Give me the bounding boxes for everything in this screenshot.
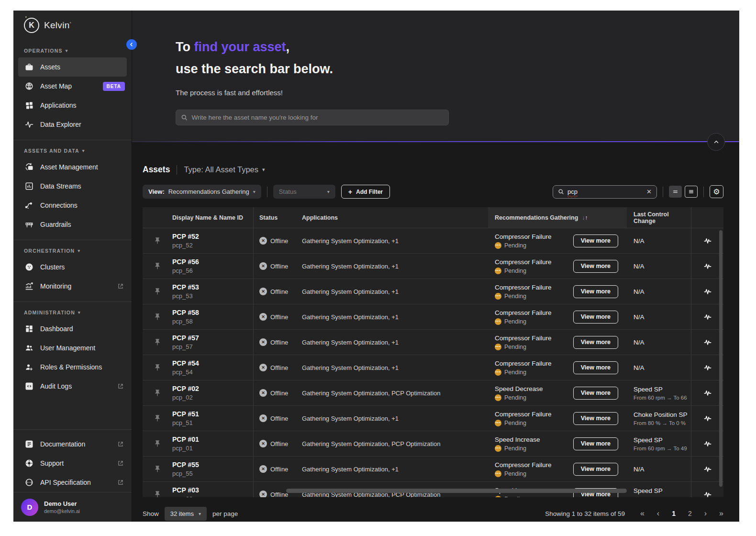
divider xyxy=(663,187,663,197)
list-view-toggle[interactable] xyxy=(685,186,698,198)
page-size-dropdown[interactable]: 32 items ▾ xyxy=(165,507,207,521)
activity-cell[interactable] xyxy=(691,236,723,246)
asset-search-input[interactable] xyxy=(191,114,444,121)
sidebar-item-applications[interactable]: Applications xyxy=(13,96,132,115)
previous-page-icon[interactable]: ‹ xyxy=(657,509,659,518)
waveform-icon xyxy=(703,464,712,474)
page-number-1[interactable]: 1 xyxy=(672,510,676,517)
activity-cell[interactable] xyxy=(691,439,723,448)
table-row[interactable]: PCP #55 pcp_55 ✕ Offline Gathering Syste… xyxy=(143,457,723,482)
pin-cell[interactable] xyxy=(143,237,172,245)
table-row[interactable]: PCP #52 pcp_52 ✕ Offline Gathering Syste… xyxy=(143,228,723,254)
page-number-2[interactable]: 2 xyxy=(688,510,692,517)
view-more-button[interactable]: View more xyxy=(573,336,618,349)
table-row[interactable]: PCP #01 pcp_01 ✕ Offline Gathering Syste… xyxy=(143,431,723,457)
table-row[interactable]: PCP #51 pcp_51 ✕ Offline Gathering Syste… xyxy=(143,406,723,431)
pin-cell[interactable] xyxy=(143,313,172,321)
offline-status-icon: ✕ xyxy=(259,465,267,473)
table-search-box[interactable]: pcp ✕ xyxy=(553,185,657,199)
table-row[interactable]: PCP #56 pcp_56 ✕ Offline Gathering Syste… xyxy=(143,254,723,279)
view-more-button[interactable]: View more xyxy=(573,311,618,324)
table-header: Display Name & Name ID Status Applicatio… xyxy=(143,207,723,228)
section-assets-and-data[interactable]: ASSETS AND DATA▾ xyxy=(13,140,132,157)
sidebar-item-monitoring[interactable]: Monitoring xyxy=(13,277,132,296)
activity-cell[interactable] xyxy=(691,388,723,398)
view-more-button[interactable]: View more xyxy=(573,234,618,247)
sidebar-item-documentation[interactable]: Documentation xyxy=(13,435,132,454)
waveform-icon xyxy=(703,287,712,296)
column-header-status[interactable]: Status xyxy=(254,214,299,221)
pin-cell[interactable] xyxy=(143,389,172,397)
table-row[interactable]: PCP #57 pcp_57 ✕ Offline Gathering Syste… xyxy=(143,330,723,355)
table-row[interactable]: PCP #54 pcp_54 ✕ Offline Gathering Syste… xyxy=(143,355,723,380)
view-more-button[interactable]: View more xyxy=(573,285,618,298)
vertical-scrollbar[interactable] xyxy=(719,230,723,487)
activity-cell[interactable] xyxy=(691,337,723,347)
first-page-icon[interactable]: « xyxy=(640,509,645,518)
activity-cell[interactable] xyxy=(691,363,723,372)
view-more-button[interactable]: View more xyxy=(573,387,618,400)
sidebar-item-dashboard[interactable]: Dashboard xyxy=(13,319,132,338)
asset-type-filter[interactable]: Type: All Asset Types▾ xyxy=(184,165,265,174)
sidebar-item-support[interactable]: Support xyxy=(13,454,132,473)
sidebar-item-data-streams[interactable]: Data Streams xyxy=(13,177,132,196)
compact-view-toggle[interactable] xyxy=(669,186,682,198)
column-header-last-control[interactable]: Last Control Change xyxy=(627,207,691,228)
pin-cell[interactable] xyxy=(143,414,172,422)
activity-cell[interactable] xyxy=(691,312,723,322)
sidebar-item-audit-logs[interactable]: Audit Logs xyxy=(13,377,132,396)
view-more-button[interactable]: View more xyxy=(573,437,618,450)
sidebar-item-data-explorer[interactable]: Data Explorer xyxy=(13,115,132,134)
clear-search-icon[interactable]: ✕ xyxy=(646,188,652,195)
view-more-button[interactable]: View more xyxy=(573,412,618,425)
name-cell: PCP #03 pcp_03 xyxy=(172,482,254,497)
sidebar-item-guardrails[interactable]: Guardrails xyxy=(13,215,132,234)
hero-search-bar[interactable] xyxy=(176,110,449,125)
next-page-icon[interactable]: › xyxy=(704,509,707,518)
section-orchestration[interactable]: ORCHESTRATION▾ xyxy=(13,240,132,257)
applications-cell: Gathering System Optimization, +1 xyxy=(299,237,488,245)
view-dropdown[interactable]: View: Recommendations Gathering ▾ xyxy=(143,185,261,199)
collapse-hero-button[interactable] xyxy=(707,133,725,151)
activity-cell[interactable] xyxy=(691,413,723,423)
section-administration[interactable]: ADMINISTRATION▾ xyxy=(13,302,132,319)
view-more-button[interactable]: View more xyxy=(573,361,618,374)
pin-cell[interactable] xyxy=(143,288,172,295)
table-row[interactable]: PCP #53 pcp_53 ✕ Offline Gathering Syste… xyxy=(143,279,723,304)
table-search-value[interactable]: pcp xyxy=(567,188,643,195)
add-filter-button[interactable]: + Add Filter xyxy=(341,185,390,199)
pin-cell[interactable] xyxy=(143,465,172,473)
table-settings-button[interactable]: ⚙ xyxy=(710,185,723,198)
sidebar-item-asset-map[interactable]: Asset Map BETA xyxy=(13,77,132,96)
pin-cell[interactable] xyxy=(143,491,172,497)
section-operations[interactable]: OPERATIONS▾ xyxy=(13,40,132,57)
horizontal-scrollbar[interactable] xyxy=(286,489,627,493)
activity-cell[interactable] xyxy=(691,287,723,296)
column-header-applications[interactable]: Applications xyxy=(299,214,488,221)
status-dropdown[interactable]: Status ▾ xyxy=(273,185,335,199)
activity-cell[interactable] xyxy=(691,490,723,497)
sidebar-item-connections[interactable]: Connections xyxy=(13,196,132,215)
sidebar-item-clusters[interactable]: Clusters xyxy=(13,257,132,277)
activity-cell[interactable] xyxy=(691,261,723,271)
column-header-name[interactable]: Display Name & Name ID xyxy=(172,207,254,228)
table-row[interactable]: PCP #02 pcp_02 ✕ Offline Gathering Syste… xyxy=(143,380,723,406)
column-header-recommendations[interactable]: Recommendations Gathering ↓↑ xyxy=(488,207,627,228)
table-row[interactable]: PCP #58 pcp_58 ✕ Offline Gathering Syste… xyxy=(143,304,723,330)
pin-cell[interactable] xyxy=(143,364,172,371)
last-page-icon[interactable]: » xyxy=(719,509,723,518)
sidebar-item-assets[interactable]: Assets xyxy=(18,57,127,77)
user-profile[interactable]: D Demo User demo@kelvin.ai xyxy=(13,492,132,522)
sidebar-item-api-specification[interactable]: API Specification xyxy=(13,473,132,492)
sidebar-item-asset-management[interactable]: Asset Management xyxy=(13,157,132,177)
activity-cell[interactable] xyxy=(691,464,723,474)
sidebar-collapse-button[interactable] xyxy=(126,39,137,50)
sort-icon[interactable]: ↓↑ xyxy=(582,214,588,221)
view-more-button[interactable]: View more xyxy=(573,260,618,273)
pin-cell[interactable] xyxy=(143,262,172,270)
pin-cell[interactable] xyxy=(143,338,172,346)
view-more-button[interactable]: View more xyxy=(573,463,618,476)
pin-cell[interactable] xyxy=(143,440,172,447)
sidebar-item-user-management[interactable]: User Management xyxy=(13,338,132,357)
sidebar-item-roles-permissions[interactable]: Roles & Permissions xyxy=(13,357,132,377)
